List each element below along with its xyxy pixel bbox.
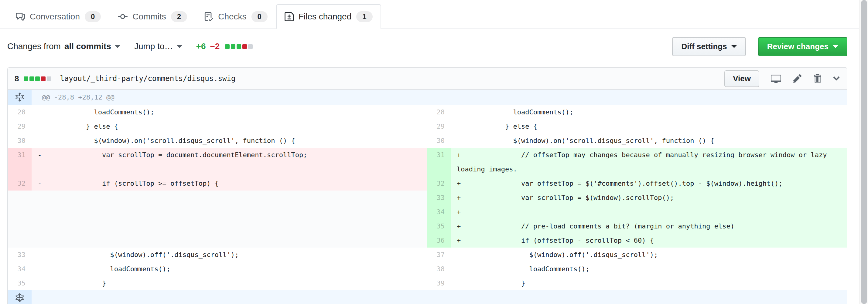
scrollbar-track[interactable] (859, 0, 868, 304)
line-number[interactable]: 37 (427, 247, 451, 262)
unfold-icon (16, 93, 24, 102)
diff-settings-button[interactable]: Diff settings (672, 37, 746, 56)
line-number[interactable]: 38 (427, 262, 451, 276)
jump-to-dropdown[interactable]: Jump to… (134, 41, 182, 51)
delete-file-button[interactable] (813, 73, 821, 84)
view-file-button[interactable]: View (724, 70, 759, 87)
line-number (8, 219, 32, 233)
caret-down-icon (177, 45, 182, 50)
expand-down-button[interactable] (8, 290, 32, 304)
file-diff-icon (285, 12, 294, 21)
line-number[interactable]: 31 (427, 148, 451, 176)
tab-label: Commits (132, 12, 166, 22)
line-number[interactable]: 28 (8, 105, 32, 119)
code-line: - if (scrollTop >= offsetTop) { (32, 176, 427, 191)
code-line: } (32, 276, 427, 290)
review-changes-label: Review changes (767, 42, 829, 51)
pr-tab-bar: Conversation 0 Commits 2 Checks 0 Files … (0, 0, 868, 29)
code-line: $(window).off('.disqus_scroll'); (32, 247, 427, 262)
expander-fill (32, 290, 847, 304)
expand-up-button[interactable] (8, 90, 32, 105)
file-diffstat-blocks (23, 76, 51, 81)
code-line: - var scrollTop = document.documentEleme… (32, 148, 427, 176)
code-line: } (451, 276, 847, 290)
tab-counter: 0 (251, 11, 268, 23)
line-number[interactable]: 34 (427, 205, 451, 219)
scrollbar-thumb[interactable] (861, 0, 867, 304)
caret-down-icon (731, 45, 737, 50)
edit-file-button[interactable] (793, 73, 802, 84)
line-number[interactable]: 29 (8, 119, 32, 134)
diffstat-block-neutral (47, 76, 51, 81)
line-number (8, 233, 32, 247)
line-number[interactable]: 32 (427, 176, 451, 191)
code-line: loadComments(); (32, 262, 427, 276)
file-path-link[interactable]: layout/_third-party/comments/disqus.swig (60, 74, 236, 83)
line-number[interactable]: 33 (427, 191, 451, 205)
collapse-file-button[interactable] (833, 73, 840, 84)
git-commit-icon (118, 12, 128, 22)
caret-down-icon (833, 45, 838, 50)
split-diff-table: @@ -28,8 +28,12 @@ 28 loadComments();28 … (8, 90, 847, 304)
commit-range: all commits (64, 41, 111, 51)
code-line (32, 233, 427, 247)
code-line: loadComments(); (32, 105, 427, 119)
additions-count: +6 (196, 41, 206, 51)
checklist-icon (204, 12, 213, 21)
code-line: + var offsetTop = $('#comments').offset(… (451, 176, 847, 191)
edit-icon (793, 73, 802, 84)
diffstat-block-del (41, 76, 45, 81)
tab-label: Conversation (30, 12, 80, 22)
diffstat-block-add (29, 76, 34, 81)
changes-from-dropdown[interactable]: Changes from all commits (7, 41, 120, 51)
file-header: 8 layout/_third-party/comments/disqus.sw… (8, 68, 847, 90)
code-line: + // pre-load comments a bit? (margin or… (451, 219, 847, 233)
caret-down-icon (115, 45, 120, 50)
changes-from-text: Changes from (7, 41, 61, 51)
code-line: } else { (32, 119, 427, 134)
diffstat-block-add (35, 76, 40, 81)
line-number[interactable]: 35 (8, 276, 32, 290)
code-line: loadComments(); (451, 105, 847, 119)
diff-settings-label: Diff settings (681, 42, 727, 51)
diffstat-block-del (242, 44, 247, 49)
tab-label: Files changed (299, 12, 351, 22)
diffstat: +6 −2 (196, 41, 253, 51)
line-number[interactable]: 34 (8, 262, 32, 276)
tab-files-changed[interactable]: Files changed 1 (276, 4, 381, 29)
diffstat-block-add (237, 44, 241, 49)
code-line: + (451, 205, 847, 219)
deletions-count: −2 (210, 41, 220, 51)
file-changes-count: 8 (14, 74, 19, 83)
line-number[interactable]: 30 (8, 134, 32, 148)
code-line: $(window).on('scroll.disqus_scroll', fun… (32, 134, 427, 148)
tab-commits[interactable]: Commits 2 (109, 4, 195, 29)
line-number[interactable]: 39 (427, 276, 451, 290)
code-line: $(window).on('scroll.disqus_scroll', fun… (451, 134, 847, 148)
diffstat-blocks (224, 44, 253, 49)
tab-counter: 2 (171, 11, 187, 23)
chevron-down-icon (833, 73, 840, 84)
line-number[interactable]: 30 (427, 134, 451, 148)
line-number[interactable]: 33 (8, 247, 32, 262)
line-number[interactable]: 35 (427, 219, 451, 233)
line-number[interactable]: 32 (8, 176, 32, 191)
rich-diff-button[interactable] (771, 73, 781, 84)
diffstat-block-add (225, 44, 229, 49)
line-number[interactable]: 36 (427, 233, 451, 247)
code-line (32, 191, 427, 205)
code-line (32, 219, 427, 233)
line-number[interactable]: 29 (427, 119, 451, 134)
line-number[interactable]: 31 (8, 148, 32, 176)
tab-conversation[interactable]: Conversation 0 (7, 4, 109, 29)
tab-counter: 0 (85, 11, 101, 23)
code-line: } else { (451, 119, 847, 134)
diffstat-block-neutral (248, 44, 253, 49)
line-number[interactable]: 28 (427, 105, 451, 119)
diffstat-block-add (24, 76, 28, 81)
code-line: + // offsetTop may changes because of ma… (451, 148, 847, 176)
jump-to-text: Jump to… (134, 41, 173, 51)
tab-checks[interactable]: Checks 0 (195, 4, 276, 29)
review-changes-button[interactable]: Review changes (758, 37, 847, 56)
code-line: loadComments(); (451, 262, 847, 276)
